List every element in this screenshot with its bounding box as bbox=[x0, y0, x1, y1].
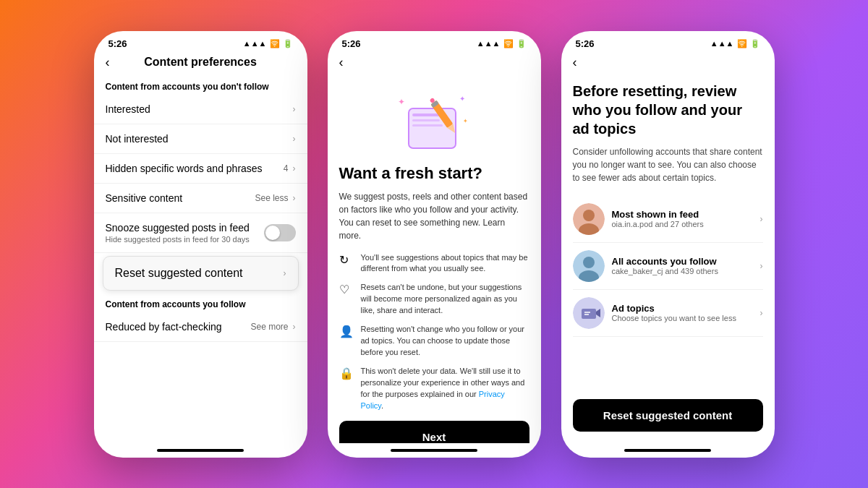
nav-title-1: Content preferences bbox=[123, 56, 278, 69]
wifi-icon: 🛜 bbox=[503, 39, 514, 48]
status-icons-1: ▲▲▲ 🛜 🔋 bbox=[243, 39, 293, 48]
avatar-1 bbox=[573, 250, 605, 282]
signal-icon: ▲▲▲ bbox=[243, 39, 267, 48]
svg-point-15 bbox=[583, 257, 595, 268]
svg-text:✦: ✦ bbox=[459, 95, 465, 103]
status-bar-2: 5:26 ▲▲▲ 🛜 🔋 bbox=[328, 31, 541, 52]
menu-item-not-interested[interactable]: Not interested › bbox=[94, 124, 307, 154]
status-bar-1: 5:26 ▲▲▲ 🛜 🔋 bbox=[94, 31, 307, 52]
privacy-text: This won't delete your data. We'll still… bbox=[361, 366, 529, 412]
nav-bar-2: ‹ bbox=[328, 52, 541, 76]
back-button-2[interactable]: ‹ bbox=[339, 55, 357, 70]
status-time-1: 5:26 bbox=[109, 38, 127, 49]
chevron-icon: › bbox=[760, 308, 763, 318]
people-icon: 👤 bbox=[339, 325, 354, 338]
section1-header: Content from accounts you don't follow bbox=[94, 76, 307, 95]
status-bar-3: 5:26 ▲▲▲ 🛜 🔋 bbox=[561, 31, 775, 52]
nav-bar-3: ‹ bbox=[561, 52, 775, 76]
back-button-3[interactable]: ‹ bbox=[573, 55, 590, 70]
review-description: Consider unfollowing accounts that share… bbox=[573, 145, 763, 184]
menu-item-sensitive[interactable]: Sensitive content See less › bbox=[94, 184, 307, 213]
back-button-1[interactable]: ‹ bbox=[106, 55, 123, 70]
snooze-toggle[interactable] bbox=[264, 224, 296, 241]
home-indicator-2 bbox=[328, 443, 541, 458]
home-indicator-3 bbox=[561, 443, 775, 458]
chevron-icon: › bbox=[293, 134, 296, 144]
home-indicator-1 bbox=[94, 443, 307, 458]
feature-item-0: ↻ You'll see suggestions about topics th… bbox=[339, 252, 529, 275]
privacy-policy-link[interactable]: Privacy Policy bbox=[361, 390, 505, 410]
chevron-icon: › bbox=[284, 268, 286, 278]
svg-point-12 bbox=[583, 210, 595, 221]
account-item-2[interactable]: Ad topics Choose topics you want to see … bbox=[573, 290, 763, 337]
wifi-icon: 🛜 bbox=[270, 39, 280, 48]
avatar-ad-topics bbox=[573, 297, 605, 329]
chevron-icon: › bbox=[760, 261, 763, 271]
phone-3: 5:26 ▲▲▲ 🛜 🔋 ‹ Before resetting, review … bbox=[561, 31, 775, 458]
menu-item-hidden-words[interactable]: Hidden specific words and phrases 4 › bbox=[94, 154, 307, 184]
svg-text:✦: ✦ bbox=[398, 97, 405, 107]
account-item-0[interactable]: Most shown in feed oia.in.a.pod and 27 o… bbox=[573, 196, 763, 243]
menu-item-fact-checking[interactable]: Reduced by fact-checking See more › bbox=[94, 312, 307, 342]
chevron-icon: › bbox=[293, 163, 296, 174]
svg-rect-2 bbox=[412, 119, 440, 121]
reset-suggested-content-button[interactable]: Reset suggested content bbox=[573, 399, 763, 432]
signal-icon: ▲▲▲ bbox=[710, 39, 734, 48]
chevron-icon: › bbox=[293, 104, 296, 114]
avatar-0 bbox=[573, 203, 605, 235]
signal-icon: ▲▲▲ bbox=[477, 39, 501, 48]
status-icons-3: ▲▲▲ 🛜 🔋 bbox=[710, 39, 760, 48]
svg-rect-3 bbox=[412, 124, 443, 127]
chevron-icon: › bbox=[293, 193, 296, 203]
chevron-icon: › bbox=[293, 322, 296, 332]
reset-suggested-content-button[interactable]: Reset suggested content › bbox=[103, 256, 299, 291]
feature-list: ↻ You'll see suggestions about topics th… bbox=[339, 252, 529, 412]
fresh-start-description: We suggest posts, reels and other conten… bbox=[339, 190, 529, 242]
toggle-knob bbox=[265, 226, 280, 240]
status-icons-2: ▲▲▲ 🛜 🔋 bbox=[477, 39, 527, 48]
feature-item-3: 🔒 This won't delete your data. We'll sti… bbox=[339, 366, 529, 412]
home-bar bbox=[157, 449, 244, 452]
account-info-1: All accounts you follow cake_baker_cj an… bbox=[612, 256, 760, 275]
review-title: Before resetting, review who you follow … bbox=[573, 82, 763, 138]
svg-rect-18 bbox=[582, 309, 596, 319]
feature-item-1: ♡ Resets can't be undone, but your sugge… bbox=[339, 282, 529, 317]
chevron-icon: › bbox=[760, 214, 763, 224]
battery-icon: 🔋 bbox=[516, 39, 527, 48]
home-bar bbox=[391, 449, 477, 452]
status-time-3: 5:26 bbox=[576, 38, 595, 49]
battery-icon: 🔋 bbox=[750, 39, 760, 48]
menu-item-snooze[interactable]: Snooze suggested posts in feed Hide sugg… bbox=[94, 213, 307, 253]
fresh-start-title: Want a fresh start? bbox=[339, 164, 529, 183]
phone-1: 5:26 ▲▲▲ 🛜 🔋 ‹ Content preferences Conte… bbox=[94, 31, 307, 458]
status-time-2: 5:26 bbox=[342, 38, 361, 49]
phone1-content: Content from accounts you don't follow I… bbox=[94, 76, 307, 443]
phone2-content: ✦ ✦ ✦ Want a fresh start? We suggest pos… bbox=[328, 76, 541, 443]
home-bar bbox=[624, 449, 711, 452]
svg-text:✦: ✦ bbox=[463, 118, 468, 124]
menu-item-interested[interactable]: Interested › bbox=[94, 95, 307, 124]
battery-icon: 🔋 bbox=[283, 39, 293, 48]
phone3-content: Before resetting, review who you follow … bbox=[561, 76, 775, 443]
account-info-2: Ad topics Choose topics you want to see … bbox=[612, 303, 760, 322]
next-button[interactable]: Next bbox=[339, 421, 529, 443]
account-item-1[interactable]: All accounts you follow cake_baker_cj an… bbox=[573, 243, 763, 290]
refresh-icon: ↻ bbox=[339, 253, 354, 267]
lock-icon: 🔒 bbox=[339, 367, 354, 380]
section2-header: Content from accounts you follow bbox=[94, 294, 307, 312]
phone-2: 5:26 ▲▲▲ 🛜 🔋 ‹ bbox=[328, 31, 541, 458]
nav-bar-1: ‹ Content preferences bbox=[94, 52, 307, 76]
fresh-start-illustration: ✦ ✦ ✦ bbox=[339, 90, 529, 155]
feature-item-2: 👤 Resetting won't change who you follow … bbox=[339, 324, 529, 359]
wifi-icon: 🛜 bbox=[737, 39, 747, 48]
account-info-0: Most shown in feed oia.in.a.pod and 27 o… bbox=[612, 209, 760, 228]
heart-icon: ♡ bbox=[339, 283, 354, 296]
